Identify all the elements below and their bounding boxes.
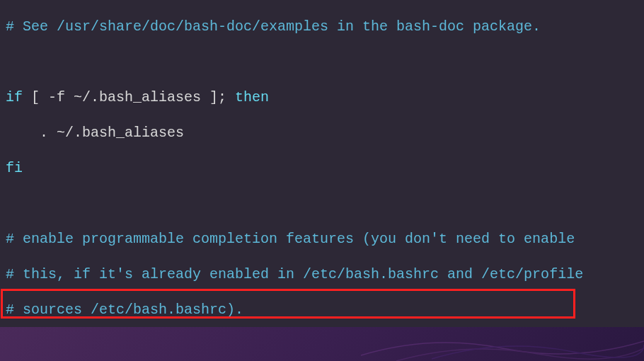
keyword-then: then (235, 89, 269, 105)
code-line: . ~/.bash_aliases (6, 124, 644, 142)
code-line: # See /usr/share/doc/bash-doc/examples i… (6, 18, 644, 35)
desktop-background (0, 327, 644, 361)
code-line (6, 53, 644, 71)
code-editor[interactable]: # See /usr/share/doc/bash-doc/examples i… (0, 0, 644, 327)
keyword-fi: fi (6, 159, 644, 177)
keyword-if: if (6, 89, 23, 105)
code-line: # enable programmable completion feature… (6, 230, 644, 248)
code-line: if [ -f ~/.bash_aliases ]; then (6, 88, 644, 106)
code-line (6, 195, 644, 212)
code-line: # sources /etc/bash.bashrc). (6, 301, 644, 319)
code-line: # this, if it's already enabled in /etc/… (6, 265, 644, 283)
background-wave-icon (361, 327, 644, 361)
